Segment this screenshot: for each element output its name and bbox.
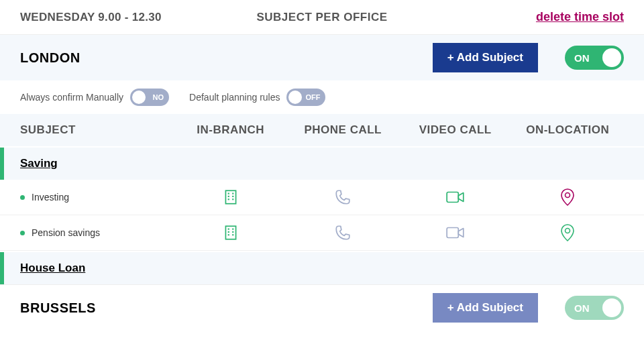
- table-row: Investing: [0, 180, 644, 215]
- status-dot: [20, 231, 25, 235]
- cell-on-location[interactable]: [512, 188, 625, 207]
- office-row-london: LONDON + Add Subject ON: [0, 35, 644, 80]
- svg-rect-11: [232, 229, 233, 230]
- svg-rect-15: [232, 234, 233, 235]
- svg-rect-13: [232, 231, 233, 233]
- svg-rect-6: [232, 198, 233, 200]
- office-name: LONDON: [20, 50, 433, 66]
- add-subject-button[interactable]: + Add Subject: [433, 43, 538, 72]
- office-settings-row: Always confirm Manually NO Default plann…: [0, 80, 644, 114]
- cell-in-branch[interactable]: [174, 188, 287, 206]
- phone-icon: [334, 224, 352, 241]
- toggle-on-label: ON: [574, 52, 590, 64]
- setting-default-planning: Default planning rules OFF: [189, 89, 325, 106]
- subject-name: Pension savings: [32, 227, 100, 238]
- svg-rect-12: [227, 231, 229, 233]
- cell-phone-call[interactable]: [287, 188, 400, 206]
- svg-rect-16: [447, 228, 458, 238]
- confirm-manually-toggle[interactable]: NO: [130, 89, 169, 106]
- toggle-knob: [602, 48, 621, 67]
- cell-video-call[interactable]: [399, 224, 512, 241]
- location-pin-icon: [559, 188, 576, 207]
- page-title: SUBJECT PER OFFICE: [221, 11, 423, 24]
- col-subject: SUBJECT: [20, 123, 174, 137]
- svg-rect-4: [232, 196, 233, 197]
- svg-point-17: [566, 229, 570, 233]
- cell-on-location[interactable]: [512, 223, 625, 242]
- svg-rect-10: [227, 229, 229, 230]
- svg-rect-0: [225, 190, 235, 204]
- office-enabled-toggle[interactable]: ON: [565, 46, 624, 70]
- setting-label: Always confirm Manually: [20, 92, 123, 103]
- svg-rect-2: [232, 193, 233, 194]
- subject-group-header[interactable]: House Loan: [0, 252, 644, 284]
- add-subject-button[interactable]: + Add Subject: [433, 293, 538, 323]
- group-title: House Loan: [20, 262, 85, 275]
- building-icon: [222, 188, 239, 206]
- svg-rect-5: [227, 198, 229, 200]
- toggle-value-label: NO: [153, 93, 164, 101]
- svg-rect-1: [227, 193, 229, 194]
- location-pin-icon: [559, 223, 576, 242]
- svg-rect-14: [227, 234, 229, 235]
- toggle-on-label: ON: [574, 302, 590, 314]
- toggle-knob: [288, 91, 302, 104]
- default-planning-toggle[interactable]: OFF: [286, 89, 325, 106]
- video-icon: [445, 188, 466, 206]
- office-name: BRUSSELS: [20, 300, 433, 316]
- setting-label: Default planning rules: [189, 92, 280, 103]
- phone-icon: [334, 188, 352, 206]
- delete-timeslot-link[interactable]: delete time slot: [536, 10, 624, 23]
- svg-rect-3: [227, 196, 229, 197]
- office-enabled-toggle[interactable]: ON: [565, 296, 624, 320]
- building-icon: [222, 224, 239, 241]
- col-video-call: VIDEO CALL: [399, 123, 512, 137]
- col-in-branch: IN-BRANCH: [174, 123, 287, 137]
- cell-phone-call[interactable]: [287, 224, 400, 241]
- table-row: Pension savings: [0, 215, 644, 251]
- svg-rect-7: [447, 192, 458, 203]
- toggle-knob: [132, 91, 146, 104]
- toggle-value-label: OFF: [305, 93, 320, 101]
- video-icon: [445, 224, 466, 241]
- page-header: WEDNESDAY 9.00 - 12.30 SUBJECT PER OFFIC…: [0, 0, 644, 35]
- timeslot-label: WEDNESDAY 9.00 - 12.30: [20, 11, 221, 24]
- status-dot: [20, 195, 25, 200]
- subject-group-header[interactable]: Saving: [0, 148, 644, 180]
- group-title: Saving: [20, 157, 58, 170]
- svg-point-8: [566, 193, 570, 198]
- cell-in-branch[interactable]: [174, 224, 287, 241]
- table-columns-header: SUBJECT IN-BRANCH PHONE CALL VIDEO CALL …: [0, 114, 644, 146]
- svg-rect-9: [225, 226, 235, 239]
- cell-video-call[interactable]: [399, 188, 512, 206]
- subject-name: Investing: [32, 192, 69, 203]
- office-row-brussels: BRUSSELS + Add Subject ON: [0, 284, 644, 331]
- col-phone-call: PHONE CALL: [287, 123, 400, 137]
- toggle-knob: [602, 298, 621, 317]
- col-on-location: ON-LOCATION: [512, 123, 625, 137]
- setting-confirm-manually: Always confirm Manually NO: [20, 89, 169, 106]
